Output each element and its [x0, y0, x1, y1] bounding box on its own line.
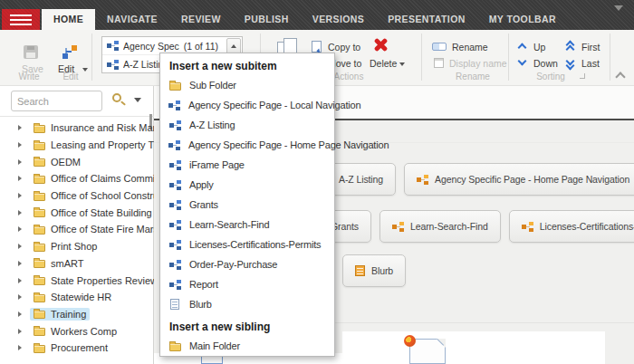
- menu-item-label: Main Folder: [189, 340, 240, 351]
- folder-icon: [34, 345, 45, 353]
- copy-to-button[interactable]: Copy to: [328, 42, 360, 53]
- folder-icon: [34, 260, 45, 268]
- last-icon: [566, 58, 575, 71]
- insert-content-button[interactable]: Agency Specific Page - Home Page Navigat…: [404, 163, 634, 196]
- expand-caret-icon[interactable]: [18, 193, 22, 198]
- tree-item[interactable]: Office of State Fire Marshal: [0, 221, 154, 238]
- tree-item[interactable]: Office of School Construction G: [0, 187, 154, 205]
- tree-item[interactable]: Insurance and Risk Management: [0, 120, 154, 137]
- ribbon-tab[interactable]: MY TOOLBAR: [477, 9, 568, 30]
- ribbon-tab[interactable]: PRESENTATION: [376, 9, 477, 30]
- menu-item[interactable]: A-Z Listing: [160, 115, 334, 135]
- sitemap-icon: [169, 200, 181, 210]
- ribbon-tab[interactable]: VERSIONS: [301, 9, 376, 30]
- insert-content-button[interactable]: Blurb: [342, 254, 406, 287]
- folder-icon: [34, 311, 45, 319]
- tab-label: PRESENTATION: [388, 14, 466, 24]
- last-button[interactable]: Last: [581, 58, 600, 69]
- menu-header-subitem: Insert a new subitem: [160, 53, 334, 75]
- search-input[interactable]: [11, 91, 102, 111]
- display-name-button[interactable]: Display name: [449, 58, 507, 69]
- menu-item-label: Apply: [189, 179, 214, 190]
- ribbon-tab[interactable]: PUBLISH: [233, 9, 301, 30]
- folder-icon: [34, 142, 45, 150]
- insert-content-button[interactable]: Licenses-Certifications-Permits: [509, 210, 634, 243]
- menu-item[interactable]: Order-Pay-Purchase: [160, 254, 334, 274]
- menu-item[interactable]: Licenses-Certifications-Permits: [160, 235, 334, 254]
- ribbon-tab[interactable]: NAVIGATE: [95, 9, 169, 30]
- expand-caret-icon[interactable]: [18, 176, 22, 181]
- insert-content-button[interactable]: Learn-Search-Find: [379, 210, 501, 243]
- up-button[interactable]: Up: [533, 42, 545, 53]
- expand-caret-icon[interactable]: [18, 210, 22, 216]
- tree-item[interactable]: Leasing and Property Transfer: [0, 137, 154, 154]
- hamburger-menu-button[interactable]: [2, 9, 40, 30]
- search-options-caret-icon[interactable]: [134, 98, 141, 102]
- tree-item[interactable]: smART: [0, 255, 154, 273]
- group-label-write: Write: [5, 72, 53, 81]
- down-button[interactable]: Down: [533, 58, 558, 69]
- expand-caret-icon[interactable]: [18, 226, 22, 232]
- sitemap-icon: [169, 260, 181, 270]
- sitemap-icon: [169, 220, 181, 230]
- insert-button-label: Licenses-Certifications-Permits: [540, 221, 634, 232]
- rename-button[interactable]: Rename: [452, 42, 488, 53]
- insert-button-row: A-Z Listing Agency Specific Page - Home …: [308, 163, 634, 196]
- expand-caret-icon[interactable]: [18, 329, 22, 334]
- expand-caret-icon[interactable]: [18, 311, 22, 317]
- folder-icon: [34, 328, 45, 336]
- tree-item[interactable]: Statewide HR: [0, 289, 154, 306]
- menu-item[interactable]: Main Folder: [160, 336, 334, 356]
- expand-caret-icon[interactable]: [18, 244, 22, 249]
- expand-caret-icon[interactable]: [18, 278, 22, 283]
- delete-label: Delete: [370, 58, 405, 69]
- tree-item-label: Print Shop: [51, 241, 97, 252]
- selector-spinner-up[interactable]: [226, 38, 241, 54]
- sitemap-icon: [168, 101, 180, 110]
- tree-item[interactable]: OEDM: [0, 153, 154, 170]
- menu-item[interactable]: Agency Specific Page - Local Navigation: [160, 95, 334, 115]
- tree-item[interactable]: Office of Claims Commissioner: [0, 170, 154, 187]
- search-icon[interactable]: [112, 93, 121, 102]
- tab-label: MY TOOLBAR: [489, 14, 556, 24]
- expand-caret-icon[interactable]: [18, 125, 22, 130]
- menu-item[interactable]: Sub Folder: [160, 75, 334, 95]
- hamburger-icon: [10, 14, 32, 25]
- menu-item[interactable]: iFrame Page: [160, 155, 334, 175]
- first-button[interactable]: First: [581, 42, 600, 53]
- tree-item[interactable]: Workers Comp: [0, 322, 154, 340]
- tree-item[interactable]: Office of State Building Inspecti: [0, 204, 154, 221]
- group-label-sorting: Sorting: [525, 72, 576, 81]
- sorting-launcher-icon[interactable]: [580, 73, 585, 79]
- expand-caret-icon[interactable]: [18, 294, 22, 300]
- insert-button-label: Learn-Search-Find: [410, 221, 488, 232]
- tree-item[interactable]: Procurement: [0, 340, 154, 357]
- ribbon-separator: [91, 34, 92, 81]
- menu-item[interactable]: Apply: [160, 175, 334, 195]
- expand-caret-icon[interactable]: [18, 142, 22, 148]
- blurb-orange-icon: [355, 265, 365, 276]
- menu-item[interactable]: Report: [160, 274, 334, 294]
- menu-item-label: Order-Pay-Purchase: [189, 259, 277, 270]
- menu-item[interactable]: Blurb: [160, 294, 334, 314]
- edit-icon: [62, 44, 77, 59]
- ribbon-tab[interactable]: REVIEW: [169, 9, 233, 30]
- expand-caret-icon[interactable]: [18, 261, 22, 266]
- menu-item[interactable]: Agency Specific Page - Home Page Navigat…: [160, 135, 334, 155]
- tree-item-label: smART: [51, 258, 83, 269]
- sitemap-icon: [169, 240, 181, 250]
- menu-item[interactable]: Learn-Search-Find: [160, 215, 334, 235]
- expand-caret-icon[interactable]: [18, 345, 22, 350]
- menu-header-sibling: Insert a new sibling: [160, 314, 334, 336]
- tree-item-label: Insurance and Risk Management: [51, 122, 154, 133]
- sitemap-icon: [168, 140, 180, 150]
- collapse-ribbon-icon[interactable]: [615, 72, 625, 81]
- tree-item[interactable]: State Properties Review Board: [0, 272, 154, 289]
- ribbon-tab[interactable]: HOME: [42, 9, 95, 30]
- folder-icon: [34, 226, 45, 235]
- topbar-dropdown-caret-icon[interactable]: [614, 5, 623, 11]
- expand-caret-icon[interactable]: [18, 159, 22, 165]
- menu-item[interactable]: Grants: [160, 195, 334, 215]
- tree-item[interactable]: Print Shop: [0, 238, 154, 255]
- tree-item[interactable]: Training: [0, 306, 154, 323]
